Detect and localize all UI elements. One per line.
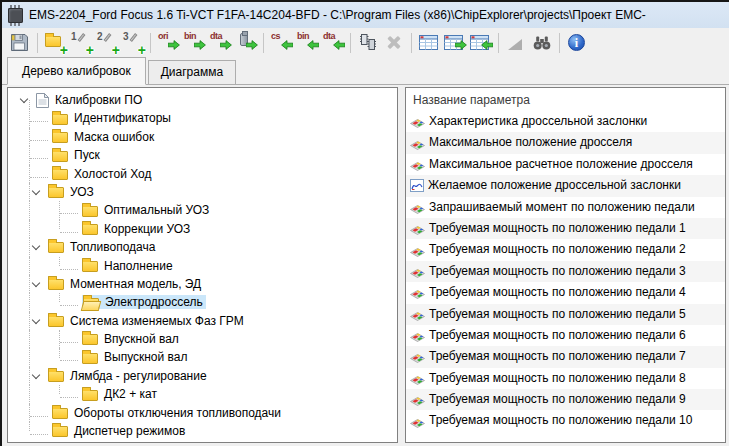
pencil-icon	[104, 33, 112, 42]
tree-item[interactable]: Коррекции УОЗ	[8, 220, 397, 238]
parameter-row[interactable]: Требуемая мощность по положению педали 4	[406, 282, 725, 303]
parameter-label: Требуемая мощность по положению педали 2	[429, 239, 686, 260]
add-slot-2-button[interactable]: 2 +	[95, 31, 119, 55]
parameter-row[interactable]: Запрашиваемый момент по положению педали	[406, 197, 725, 218]
folder-icon	[48, 242, 64, 253]
tree-item[interactable]: Впускной вал	[8, 330, 397, 348]
parameter-row[interactable]: Требуемая мощность по положению педали 2	[406, 239, 725, 260]
export-flash-button[interactable]	[234, 31, 258, 55]
parameter-label: Требуемая мощность по положению педали 7	[429, 346, 686, 367]
chevron-down-icon	[32, 315, 40, 323]
save-button[interactable]	[8, 31, 32, 55]
map-3d-icon	[410, 286, 425, 299]
plus-icon: +	[112, 42, 120, 58]
add-project-button[interactable]: +	[43, 31, 67, 55]
table-export-button[interactable]	[443, 31, 467, 55]
parameter-row[interactable]: Требуемая мощность по положению педали 9	[406, 389, 725, 410]
import-cs-button[interactable]: cs	[269, 31, 293, 55]
import-dta-button[interactable]: dta	[321, 31, 345, 55]
parameter-label: Требуемая мощность по положению педали 9	[429, 389, 686, 410]
arrow-right-icon	[194, 36, 206, 54]
calibration-tree: Калибровки ПО Идентификаторы Маска ошибо…	[7, 87, 398, 443]
export-bin-button[interactable]: bin	[182, 31, 206, 55]
add-slot-1-button[interactable]: 1 +	[69, 31, 93, 55]
toolbar-separator	[498, 33, 499, 53]
tree-item[interactable]: Моментная модель, ЭД	[8, 275, 397, 293]
export-dta-button[interactable]: dta	[208, 31, 232, 55]
slot-number: 1	[71, 31, 77, 42]
parameter-label: Желаемое положение дроссельной заслонки	[428, 175, 681, 196]
arrow-left-icon	[481, 36, 493, 54]
tree-item[interactable]: Идентификаторы	[8, 109, 397, 127]
triangle-icon	[508, 39, 522, 50]
tree-item[interactable]: Обороты отключения топливоподачи	[8, 404, 397, 422]
add-slot-3-button[interactable]: 3 +	[121, 31, 145, 55]
map-3d-icon	[410, 222, 425, 235]
toolbar-separator	[559, 33, 560, 53]
tree-item-label: Впускной вал	[104, 332, 179, 346]
tree-item[interactable]: Оптимальный УОЗ	[8, 201, 397, 219]
tree-item-label: Диспетчер режимов	[74, 424, 185, 438]
arrow-left-icon	[307, 36, 319, 54]
parameter-label: Требуемая мощность по положению педали 1	[429, 218, 686, 239]
tree-item[interactable]: Маска ошибок	[8, 128, 397, 146]
parameter-row[interactable]: Требуемая мощность по положению педали 3	[406, 261, 725, 282]
tree-item[interactable]: ДК2 + кат	[8, 385, 397, 403]
parameter-label: Требуемая мощность по положению педали 3	[429, 261, 686, 282]
tree-item[interactable]: Топливоподача	[8, 238, 397, 256]
tree-item[interactable]: Диспетчер режимов	[8, 422, 397, 440]
parameter-row[interactable]: Требуемая мощность по положению педали 5	[406, 304, 725, 325]
parameter-row[interactable]: Максимальное расчетное положение дроссел…	[406, 154, 725, 175]
folder-icon	[52, 114, 68, 125]
info-button[interactable]	[565, 31, 589, 55]
chevron-down-icon	[32, 371, 40, 379]
folder-icon	[82, 206, 98, 217]
toolbar-separator	[37, 33, 38, 53]
tree-item[interactable]: Система изменяемых Фаз ГРМ	[8, 312, 397, 330]
folder-icon	[48, 371, 64, 382]
tree-item[interactable]: Холостой Ход	[8, 165, 397, 183]
delete-button[interactable]	[382, 31, 406, 55]
content-area: Калибровки ПО Идентификаторы Маска ошибо…	[2, 85, 729, 443]
slot-number: 3	[123, 31, 129, 42]
parameter-list: Название параметра Характеристика дроссе…	[405, 87, 726, 443]
toolbar-separator	[350, 33, 351, 53]
tree-item[interactable]: УОЗ	[8, 183, 397, 201]
tree-item[interactable]: Выпускной вал	[8, 348, 397, 366]
folder-icon	[82, 224, 98, 235]
parameter-row[interactable]: Требуемая мощность по положению педали 6	[406, 325, 725, 346]
table-import-button[interactable]	[469, 31, 493, 55]
parameter-row[interactable]: Требуемая мощность по положению педали 7	[406, 346, 725, 367]
tree-item[interactable]: Наполнение	[8, 257, 397, 275]
parameter-row[interactable]: Максимальное положение дросселя	[406, 132, 725, 153]
parameter-label: Требуемая мощность по положению педали 4	[429, 282, 686, 303]
tab-diagram[interactable]: Диаграмма	[148, 60, 236, 84]
parameter-row[interactable]: Требуемая мощность по положению педали 1…	[406, 410, 725, 431]
table-view-button[interactable]	[417, 31, 441, 55]
tree-item-root[interactable]: Калибровки ПО	[8, 91, 397, 109]
slope-tool-button[interactable]	[504, 31, 528, 55]
toolbar-separator	[263, 33, 264, 53]
compare-chips-button[interactable]	[356, 31, 380, 55]
tab-calibration-tree[interactable]: Дерево калибровок	[7, 57, 146, 85]
map-3d-icon	[410, 393, 425, 406]
tree-item-label: Наполнение	[104, 259, 173, 273]
parameter-row[interactable]: Требуемая мощность по положению педали 1	[406, 218, 725, 239]
search-button[interactable]	[530, 31, 554, 55]
tree-item[interactable]: Лямбда - регулирование	[8, 367, 397, 385]
tree-item-selected[interactable]: Электродроссель	[8, 293, 397, 311]
parameter-label: Характеристика дроссельной заслонки	[429, 111, 647, 132]
tree-item-label: Идентификаторы	[74, 111, 171, 125]
map-3d-icon	[410, 137, 425, 150]
parameter-row[interactable]: Характеристика дроссельной заслонки	[406, 111, 725, 132]
tree-item-label: Топливоподача	[70, 240, 155, 254]
export-ori-button[interactable]: ori	[156, 31, 180, 55]
tree-item-label: Обороты отключения топливоподачи	[74, 406, 281, 420]
tree-item[interactable]: Пуск	[8, 146, 397, 164]
x-icon	[386, 35, 401, 50]
map-3d-icon	[410, 201, 425, 214]
import-bin-button[interactable]: bin	[295, 31, 319, 55]
parameter-row[interactable]: Требуемая мощность по положению педали 8	[406, 368, 725, 389]
tree-item-label: Моментная модель, ЭД	[70, 277, 201, 291]
parameter-row[interactable]: Желаемое положение дроссельной заслонки	[406, 175, 725, 196]
